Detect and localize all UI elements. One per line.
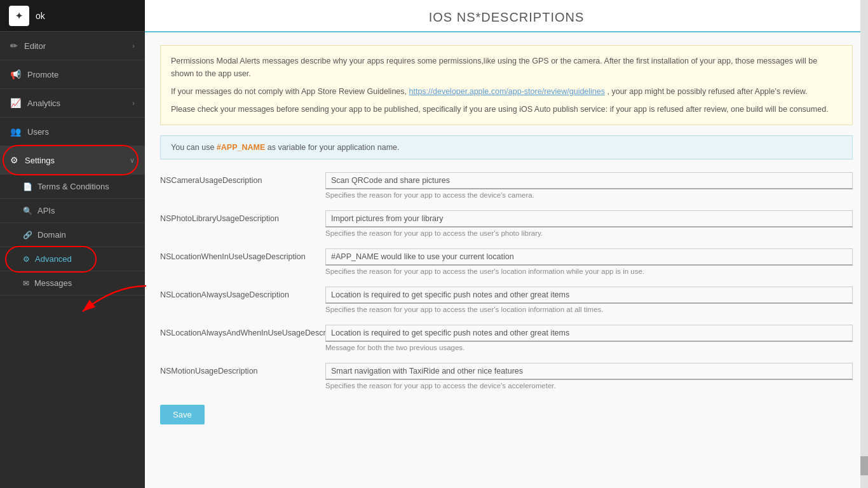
sidebar-item-promote[interactable]: 📢 Promote <box>0 60 145 89</box>
terms-icon: 📄 <box>23 182 32 191</box>
apple-review-link[interactable]: https://developer.apple.com/app-store/re… <box>409 87 606 96</box>
field-input-location_always_when[interactable] <box>325 325 853 342</box>
info-line2-suffix: , your app might be possibly refused aft… <box>607 87 808 96</box>
main-content: IOS NS*DESCRIPTIONS Permissions Modal Al… <box>145 0 868 488</box>
field-hint-motion: Specifies the reason for your app to acc… <box>325 382 853 390</box>
sidebar-sub-item-terms[interactable]: 📄 Terms & Conditions <box>0 175 145 199</box>
hint-variable: #APP_NAME <box>217 143 265 152</box>
field-container-location_always: Specifies the reason for your app to acc… <box>325 287 853 313</box>
hint-box: You can use #APP_NAME as variable for yo… <box>160 135 853 159</box>
sidebar-sub-item-label: Terms & Conditions <box>37 182 109 191</box>
page-header: IOS NS*DESCRIPTIONS <box>145 0 868 32</box>
sidebar-sub-item-label: Domain <box>37 230 66 240</box>
sidebar-item-settings[interactable]: ⚙ Settings ∨ <box>0 146 145 175</box>
field-input-location_when[interactable] <box>325 248 853 266</box>
app-name: ok <box>36 11 45 21</box>
field-container-location_always_when: Message for both the two previous usages… <box>325 325 853 351</box>
field-label-motion: NSMotionUsageDescription <box>160 363 325 376</box>
promote-icon: 📢 <box>10 69 21 79</box>
field-hint-photo: Specifies the reason for your app to acc… <box>325 229 853 237</box>
scrollbar-thumb[interactable] <box>860 456 868 475</box>
logo-icon: ✦ <box>9 6 29 26</box>
fields-container: NSCameraUsageDescription Specifies the r… <box>160 172 853 390</box>
sidebar-item-users[interactable]: 👥 Users <box>0 118 145 146</box>
form-row-location_when: NSLocationWhenInUseUsageDescription Spec… <box>160 248 853 275</box>
form-row-photo: NSPhotoLibraryUsageDescription Specifies… <box>160 210 853 237</box>
chevron-right-icon: › <box>132 99 135 107</box>
sidebar-item-label: Users <box>27 127 49 137</box>
field-label-location_always: NSLocationAlwaysUsageDescription <box>160 287 325 299</box>
field-hint-camera: Specifies the reason for your app to acc… <box>325 191 853 199</box>
users-icon: 👥 <box>10 126 21 137</box>
field-hint-location_when: Specifies the reason for your app to acc… <box>325 268 853 275</box>
settings-icon: ⚙ <box>10 155 18 165</box>
info-line2-prefix: If your messages do not comply with App … <box>171 87 407 96</box>
field-container-camera: Specifies the reason for your app to acc… <box>325 172 853 199</box>
sidebar-item-editor[interactable]: ✏ Editor › <box>0 32 145 60</box>
sidebar: ✦ ok ✏ Editor › 📢 Promote 📈 Analytics › … <box>0 0 145 488</box>
field-label-location_always_when: NSLocationAlwaysAndWhenInUseUsageDescrip <box>160 325 325 337</box>
chevron-down-icon: ∨ <box>130 156 135 165</box>
form-row-location_always: NSLocationAlwaysUsageDescription Specifi… <box>160 287 853 313</box>
hint-suffix: as variable for your application name. <box>265 143 399 152</box>
field-label-location_when: NSLocationWhenInUseUsageDescription <box>160 248 325 261</box>
sidebar-sub-item-advanced[interactable]: ⚙ Advanced <box>0 247 145 271</box>
domain-icon: 🔗 <box>23 231 32 240</box>
save-button[interactable]: Save <box>160 405 205 424</box>
field-container-photo: Specifies the reason for your app to acc… <box>325 210 853 237</box>
form-row-camera: NSCameraUsageDescription Specifies the r… <box>160 172 853 199</box>
field-input-location_always[interactable] <box>325 287 853 304</box>
page-body: Permissions Modal Alerts messages descri… <box>145 32 868 488</box>
page-title: IOS NS*DESCRIPTIONS <box>158 10 855 25</box>
form-row-location_always_when: NSLocationAlwaysAndWhenInUseUsageDescrip… <box>160 325 853 351</box>
field-input-photo[interactable] <box>325 210 853 227</box>
chevron-right-icon: › <box>132 42 135 50</box>
field-label-camera: NSCameraUsageDescription <box>160 172 325 185</box>
sidebar-item-label: Editor <box>24 41 46 51</box>
sidebar-sub-item-label: Messages <box>34 278 72 288</box>
messages-icon: ✉ <box>23 279 29 288</box>
sidebar-item-label: Analytics <box>27 98 60 108</box>
info-line3: Please check your messages before sendin… <box>171 103 842 116</box>
app-logo[interactable]: ✦ ok <box>0 0 145 32</box>
sidebar-sub-item-messages[interactable]: ✉ Messages <box>0 271 145 295</box>
sidebar-sub-item-label: APIs <box>37 206 55 215</box>
apis-icon: 🔍 <box>23 207 32 215</box>
form-row-motion: NSMotionUsageDescription Specifies the r… <box>160 363 853 390</box>
field-input-motion[interactable] <box>325 363 853 380</box>
field-label-photo: NSPhotoLibraryUsageDescription <box>160 210 325 223</box>
hint-prefix: You can use <box>171 143 217 152</box>
sidebar-sub-item-apis[interactable]: 🔍 APIs <box>0 199 145 223</box>
sidebar-item-analytics[interactable]: 📈 Analytics › <box>0 89 145 118</box>
advanced-icon: ⚙ <box>23 255 30 264</box>
info-box-yellow: Permissions Modal Alerts messages descri… <box>160 45 853 125</box>
sidebar-sub-item-label: Advanced <box>35 254 72 264</box>
field-container-motion: Specifies the reason for your app to acc… <box>325 363 853 390</box>
field-container-location_when: Specifies the reason for your app to acc… <box>325 248 853 275</box>
editor-icon: ✏ <box>10 41 18 51</box>
field-hint-location_always_when: Message for both the two previous usages… <box>325 344 853 351</box>
sidebar-item-label: Promote <box>27 70 58 79</box>
analytics-icon: 📈 <box>10 98 21 108</box>
sidebar-sub-item-domain[interactable]: 🔗 Domain <box>0 223 145 247</box>
sidebar-item-label: Settings <box>25 156 55 165</box>
info-line1: Permissions Modal Alerts messages descri… <box>171 55 842 80</box>
field-input-camera[interactable] <box>325 172 853 189</box>
field-hint-location_always: Specifies the reason for your app to acc… <box>325 306 853 313</box>
scrollbar[interactable] <box>860 0 868 488</box>
info-line2: If your messages do not comply with App … <box>171 85 842 98</box>
